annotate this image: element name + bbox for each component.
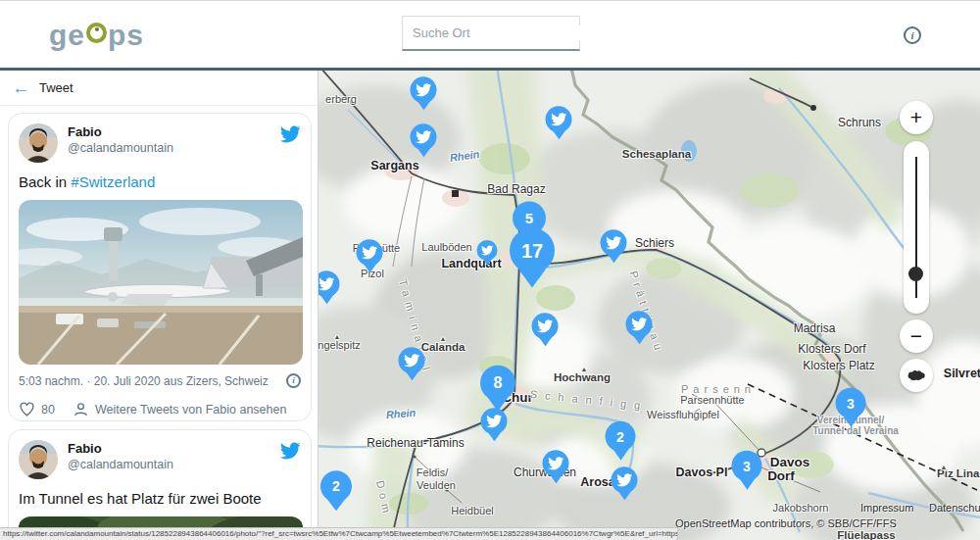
tweet-marker[interactable] [532,313,559,346]
logo-o-icon [86,23,107,43]
map-label: Piz Linar [937,467,980,479]
map-label: Parsennhütte [680,394,744,406]
map-label: Rhein [449,148,480,164]
logo-text-right: ps [108,19,144,52]
tweet-author-name[interactable]: Fabio [68,123,279,140]
tweet-author-handle[interactable]: @calandamountain [68,140,279,156]
tweet-marker[interactable] [357,239,383,272]
map-label: Hochwang [554,371,611,383]
map-label: ▲ [941,464,948,470]
map-canvas[interactable]: erbergSargansBad RagazSchesaplanaSchruns… [318,71,980,540]
sidebar-header: ← Tweet [0,71,318,106]
tweet-marker[interactable] [612,466,638,500]
map-label: Dom [374,479,394,518]
map-label: Dorf [767,468,795,483]
more-tweets-link[interactable]: Weitere Tweets von Fabio ansehen [95,403,287,417]
map-label: Bad Ragaz [487,182,545,196]
map-label: Schesaplana [622,148,691,160]
map-label: Davos Pl [676,466,728,479]
map-label: Madrisa [794,321,836,335]
map-label: Reichenau-Tamins [367,436,464,450]
search-input[interactable] [413,25,585,40]
tweet-marker[interactable] [411,123,437,157]
hashtag-link[interactable]: #Switzerland [71,173,155,190]
app-window: ge ps i ← Tweet Fabio @cala [0,0,980,540]
cluster-marker[interactable]: 3 [732,451,762,490]
tweet-marker[interactable] [318,270,340,304]
zoom-slider-handle[interactable] [908,267,923,281]
tweet-card[interactable]: Fabio @calandamountain Im Tunnel es hat … [8,429,312,540]
tweet-text: Back in #Switzerland [19,172,301,191]
map-label: Klosters Platz [803,359,874,372]
switzerland-extent-button[interactable] [900,359,933,392]
back-arrow-icon[interactable]: ← [12,77,39,99]
tweet-marker[interactable] [481,408,508,441]
map-copyright: OpenStreetMap contributors, © SBB/CFF/FF… [675,517,897,529]
map-label: Schanfigg [529,388,649,413]
map-label: ▲ [581,366,588,372]
like-count: 80 [41,403,55,417]
tweet-card[interactable]: Fabio @calandamountain Back in #Switzerl… [8,113,312,421]
twitter-bird-icon[interactable] [279,440,301,462]
map-label: Jakobshorn [773,502,829,514]
map-label: Calanda [421,341,466,353]
like-icon[interactable] [19,401,35,417]
map-label: Flüelapass [837,529,895,540]
zoom-in-button[interactable]: + [900,101,933,134]
map-label: erberg [325,93,357,105]
map-label: Weissfluhgipfel [647,409,719,420]
map-label: Parsenn [681,383,756,395]
map-label: Rhein [385,407,416,421]
tweet-marker[interactable] [543,450,569,483]
map-label: Laulböden [421,241,471,253]
map-label: Schiers [635,236,674,250]
tweet-marker[interactable] [411,76,437,110]
geops-logo[interactable]: ge ps [49,19,144,52]
cluster-marker[interactable]: 3 [836,388,866,427]
sidebar-title: Tweet [39,80,74,95]
cluster-marker[interactable]: 17 [510,228,555,288]
map-label: Feldis/ [416,466,448,478]
tweet-timestamp: 5:03 nachm. · 20. Juli 2020 aus Zizers, … [19,374,269,388]
cluster-marker[interactable]: 2 [606,421,636,461]
tweet-marker[interactable] [546,106,572,139]
switzerland-shape-icon [906,368,926,382]
user-icon[interactable] [73,401,89,417]
twitter-bird-icon[interactable] [279,123,301,145]
cluster-marker[interactable]: 8 [480,366,515,412]
tweet-photo-airport[interactable] [19,200,303,365]
map-overlay-layer: erbergSargansBad RagazSchesaplanaSchruns… [318,71,980,540]
tweet-info-icon[interactable]: i [286,373,301,388]
tweet-sidebar: ← Tweet Fabio @calandamountain Back in #… [0,71,318,540]
tweet-marker[interactable] [626,311,653,344]
map-label: Arosa [580,475,614,489]
map-label: Klosters Dorf [798,342,865,356]
map-label: Schruns [838,116,881,129]
impressum-link[interactable]: Impressum [860,502,913,514]
link-preview-statusbar: https://twitter.com/calandamountain/stat… [0,527,678,540]
map-label: ▲ [334,333,341,340]
avatar [19,440,58,479]
header-divider [0,68,980,71]
tweet-marker[interactable] [601,229,627,263]
cluster-marker[interactable]: 2 [320,470,352,511]
map-label: Veulden [416,479,456,491]
map-label: Silvrett [944,367,980,380]
info-icon[interactable]: i [904,26,921,44]
zoom-slider[interactable] [904,141,929,314]
map-label: ngelspitz [318,339,361,351]
tweet-marker[interactable] [399,347,425,380]
map-label: Heidbüel [451,505,493,516]
map-label: Sargans [370,159,418,172]
avatar [19,123,58,163]
datenschutz-link[interactable]: Datenschutz [929,502,980,514]
tweet-author-name[interactable]: Fabio [68,440,279,457]
tweet-text: Im Tunnel es hat Platz für zwei Boote [19,489,301,508]
search-box[interactable] [402,16,580,51]
logo-text-left: ge [49,19,85,52]
map-label: ▲ [440,335,447,342]
tweet-marker[interactable] [477,240,498,266]
header: ge ps i [0,1,980,68]
zoom-out-button[interactable]: − [900,319,933,353]
tweet-author-handle[interactable]: @calandamountain [68,457,279,472]
